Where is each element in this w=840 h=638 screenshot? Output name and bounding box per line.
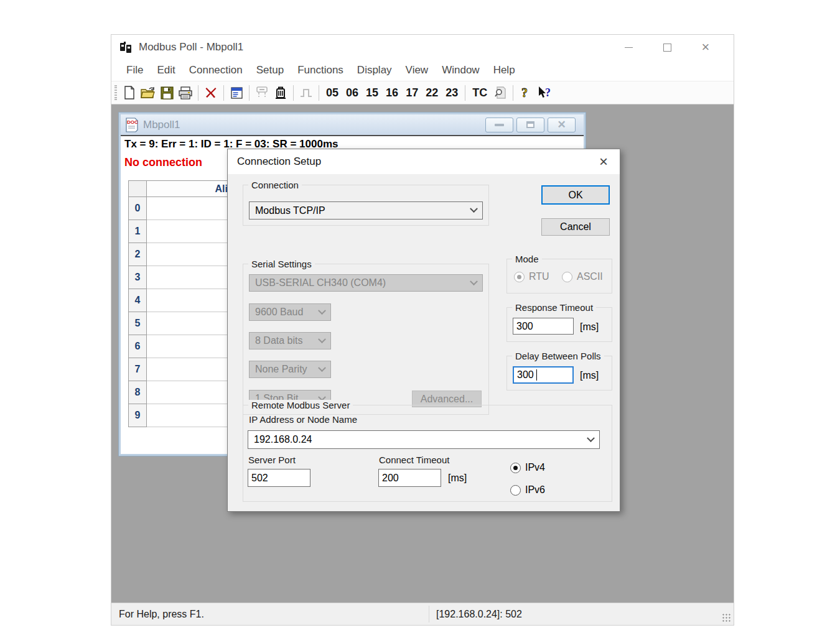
text-cursor bbox=[536, 369, 537, 381]
data-bits-select[interactable]: 8 Data bits bbox=[249, 332, 331, 349]
parity-select[interactable]: None Parity bbox=[249, 361, 331, 378]
function-15-button[interactable]: 15 bbox=[362, 86, 382, 99]
print-button[interactable] bbox=[176, 84, 195, 101]
row-header[interactable]: 9 bbox=[128, 404, 147, 427]
row-header[interactable]: 2 bbox=[128, 243, 147, 266]
child-restore-button[interactable] bbox=[516, 118, 544, 132]
grid-corner-cell[interactable] bbox=[128, 180, 147, 197]
menu-display[interactable]: Display bbox=[350, 64, 399, 76]
red-x-icon bbox=[205, 86, 217, 99]
cancel-button[interactable]: Cancel bbox=[541, 218, 610, 236]
chevron-down-icon bbox=[470, 277, 478, 285]
maximize-icon bbox=[663, 44, 671, 52]
toolbar-separator bbox=[198, 85, 198, 101]
dialog-title-bar[interactable]: Connection Setup × bbox=[228, 149, 620, 174]
chevron-down-icon bbox=[318, 335, 326, 343]
menu-functions[interactable]: Functions bbox=[291, 64, 350, 76]
open-file-button[interactable] bbox=[139, 84, 157, 101]
mdi-workspace: DOC Mbpoll1 ✕ Tx = 9: Err = 1: ID = 1: F… bbox=[111, 104, 734, 603]
close-button[interactable]: × bbox=[686, 35, 725, 60]
response-timeout-label: Response Timeout bbox=[512, 302, 596, 313]
radio-icon bbox=[510, 463, 521, 473]
serial-port-select[interactable]: USB-SERIAL CH340 (COM4) bbox=[249, 274, 483, 292]
dialog-close-button[interactable]: × bbox=[597, 154, 610, 169]
resize-grip-icon[interactable] bbox=[722, 614, 731, 622]
ascii-radio[interactable]: ASCII bbox=[562, 271, 603, 282]
ascii-radio-label: ASCII bbox=[577, 271, 603, 282]
rtu-radio-label: RTU bbox=[529, 271, 549, 282]
maximize-button[interactable] bbox=[648, 35, 686, 60]
new-file-icon bbox=[123, 86, 136, 99]
menu-setup[interactable]: Setup bbox=[250, 64, 291, 76]
poll-definition-button[interactable] bbox=[253, 84, 271, 101]
dialog-body: Connection Modbus TCP/IP OK Cancel Seria… bbox=[228, 174, 620, 511]
communication-traffic-button[interactable] bbox=[271, 84, 290, 101]
arrow-help-icon: ? bbox=[536, 86, 553, 99]
serial-settings-label: Serial Settings bbox=[248, 259, 315, 269]
delay-between-polls-label: Delay Between Polls bbox=[512, 351, 604, 361]
function-23-button[interactable]: 23 bbox=[442, 86, 462, 99]
scan-log-button[interactable] bbox=[491, 84, 510, 101]
test-center-button[interactable]: TC bbox=[469, 86, 491, 99]
rtu-radio[interactable]: RTU bbox=[514, 271, 549, 282]
function-17-button[interactable]: 17 bbox=[402, 86, 422, 99]
svg-text:?: ? bbox=[521, 86, 528, 99]
child-minimize-button[interactable] bbox=[485, 118, 513, 132]
child-close-button[interactable]: ✕ bbox=[548, 118, 576, 132]
device-icon bbox=[274, 86, 287, 99]
toolbar-separator bbox=[249, 85, 250, 101]
save-button[interactable] bbox=[157, 84, 176, 101]
menu-window[interactable]: Window bbox=[435, 64, 486, 76]
close-icon: ✕ bbox=[557, 119, 566, 130]
response-timeout-input[interactable] bbox=[513, 318, 574, 335]
toolbar-grip[interactable] bbox=[114, 85, 117, 100]
row-header[interactable]: 8 bbox=[128, 381, 147, 404]
status-bar: For Help, press F1. [192.168.0.24]: 502 bbox=[111, 603, 734, 625]
child-title-bar[interactable]: DOC Mbpoll1 ✕ bbox=[121, 114, 584, 135]
disconnect-button[interactable] bbox=[202, 84, 220, 101]
minimize-button[interactable] bbox=[609, 35, 648, 60]
status-connection-info: [192.168.0.24]: 502 bbox=[436, 609, 522, 620]
ok-button[interactable]: OK bbox=[541, 185, 610, 205]
menu-help[interactable]: Help bbox=[487, 64, 522, 76]
function-22-button[interactable]: 22 bbox=[422, 86, 442, 99]
save-icon bbox=[161, 86, 174, 99]
ipv6-radio[interactable]: IPv6 bbox=[510, 484, 545, 496]
ip-address-value: 192.168.0.24 bbox=[254, 434, 312, 445]
ipv4-radio-label: IPv4 bbox=[525, 462, 545, 473]
row-header[interactable]: 7 bbox=[128, 358, 147, 381]
ipv4-radio[interactable]: IPv4 bbox=[510, 462, 545, 473]
row-header[interactable]: 1 bbox=[128, 220, 147, 243]
app-icon bbox=[118, 40, 133, 55]
function-16-button[interactable]: 16 bbox=[382, 86, 402, 99]
toolbar-separator bbox=[223, 85, 224, 101]
row-header[interactable]: 4 bbox=[128, 289, 147, 312]
pulse-wave-icon bbox=[299, 87, 313, 98]
row-header[interactable]: 5 bbox=[128, 312, 147, 335]
function-06-button[interactable]: 06 bbox=[342, 86, 362, 99]
connect-timeout-input[interactable] bbox=[378, 469, 441, 487]
menu-view[interactable]: View bbox=[399, 64, 436, 76]
pulse-button[interactable] bbox=[297, 84, 315, 101]
connect-timeout-label: Connect Timeout bbox=[379, 455, 449, 465]
connection-type-select[interactable]: Modbus TCP/IP bbox=[249, 201, 483, 220]
window-title: Modbus Poll - Mbpoll1 bbox=[139, 41, 243, 53]
server-port-input[interactable] bbox=[248, 469, 310, 487]
svg-text:?: ? bbox=[545, 86, 551, 99]
baud-rate-select[interactable]: 9600 Baud bbox=[249, 303, 331, 321]
context-help-button[interactable]: ? bbox=[535, 84, 554, 101]
menu-edit[interactable]: Edit bbox=[150, 64, 182, 76]
menu-file[interactable]: File bbox=[119, 64, 150, 76]
help-button[interactable]: ? bbox=[516, 84, 535, 101]
new-file-button[interactable] bbox=[120, 84, 139, 101]
function-05-button[interactable]: 05 bbox=[322, 86, 342, 99]
serial-port-value: USB-SERIAL CH340 (COM4) bbox=[255, 277, 386, 289]
row-header[interactable]: 3 bbox=[128, 266, 147, 289]
row-header[interactable]: 6 bbox=[128, 335, 147, 358]
menu-connection[interactable]: Connection bbox=[182, 64, 250, 76]
ip-address-combo[interactable]: 192.168.0.24 bbox=[248, 430, 600, 449]
display-setup-button[interactable] bbox=[227, 84, 246, 101]
window-icon bbox=[230, 86, 243, 99]
delay-between-polls-input[interactable] bbox=[513, 366, 574, 384]
row-header[interactable]: 0 bbox=[128, 197, 147, 220]
